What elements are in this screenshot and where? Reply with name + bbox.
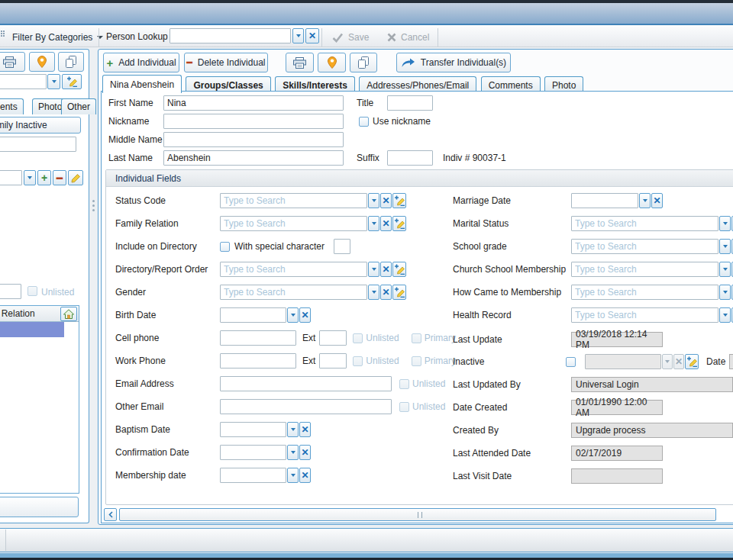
marriage-date-input[interactable] — [571, 193, 638, 208]
family-combo-input[interactable] — [0, 170, 22, 185]
cell-ext-input[interactable] — [319, 330, 347, 346]
dropdown-button[interactable] — [368, 262, 379, 277]
dropdown-button[interactable] — [719, 262, 731, 277]
family-edit-lookup-button[interactable] — [62, 74, 82, 89]
scrollbar-thumb[interactable] — [119, 508, 716, 521]
clear-button[interactable]: ✕ — [299, 422, 311, 437]
person-lookup-clear-button[interactable]: ✕ — [305, 28, 319, 43]
edit-lookup-button[interactable] — [392, 285, 406, 300]
work-phone-input[interactable] — [220, 353, 296, 369]
transfer-individuals-button[interactable]: Transfer Individual(s) — [396, 53, 511, 72]
family-combo-dropdown-button[interactable] — [24, 170, 36, 185]
dropdown-button[interactable] — [368, 193, 379, 208]
copy-button[interactable] — [58, 52, 84, 72]
cell-unlisted-checkbox[interactable] — [353, 333, 363, 343]
clear-button[interactable]: ✕ — [380, 193, 392, 208]
baptism-date-input[interactable] — [220, 422, 286, 437]
tab-person[interactable]: Nina Abenshein — [102, 75, 182, 93]
family-text-input[interactable] — [0, 137, 76, 152]
cancel-button[interactable]: Cancel — [381, 28, 435, 47]
email-unlisted-checkbox[interactable] — [399, 379, 409, 389]
gender-input[interactable] — [220, 285, 367, 300]
clear-button[interactable]: ✕ — [380, 285, 392, 300]
left-unlisted-checkbox[interactable] — [27, 286, 37, 296]
work-primary-checkbox[interactable] — [412, 356, 421, 366]
panel-splitter[interactable] — [89, 49, 98, 523]
nickname-input[interactable] — [163, 114, 344, 129]
add-row-button[interactable]: + — [37, 170, 51, 185]
use-nickname-checkbox[interactable] — [359, 117, 369, 127]
filter-by-categories-button[interactable]: Filter By Categories — [6, 28, 109, 47]
church-school-membership-input[interactable] — [571, 262, 718, 277]
other-email-unlisted-checkbox[interactable] — [399, 402, 409, 412]
print-button[interactable] — [286, 53, 314, 72]
left-bottom-button[interactable] — [0, 497, 79, 517]
dropdown-button[interactable] — [719, 285, 731, 300]
family-lookup-dropdown-button[interactable] — [47, 74, 60, 89]
confirmation-date-input[interactable] — [220, 445, 286, 460]
dropdown-button[interactable] — [287, 445, 299, 460]
work-unlisted-checkbox[interactable] — [353, 356, 363, 366]
home-button[interactable] — [60, 307, 77, 321]
clear-button[interactable]: ✕ — [299, 445, 311, 460]
title-input[interactable] — [387, 95, 433, 111]
last-name-input[interactable] — [163, 150, 344, 166]
status-code-input[interactable] — [220, 193, 367, 208]
family-inactive-button[interactable]: amily Inactive — [0, 117, 81, 134]
map-button[interactable] — [318, 53, 346, 72]
add-individual-button[interactable]: + Add Individual — [103, 53, 179, 72]
clear-button[interactable]: ✕ — [299, 468, 311, 483]
map-button[interactable] — [29, 52, 55, 72]
dropdown-button[interactable] — [719, 216, 731, 231]
membership-date-input[interactable] — [220, 468, 286, 483]
clear-button[interactable]: ✕ — [380, 262, 392, 277]
dropdown-button[interactable] — [287, 422, 299, 437]
left-phone-input[interactable] — [0, 284, 21, 299]
birth-date-input[interactable] — [220, 307, 286, 323]
dropdown-button[interactable] — [287, 468, 299, 483]
clear-button[interactable]: ✕ — [380, 216, 392, 231]
person-lookup-dropdown-button[interactable] — [292, 28, 304, 43]
email-address-input[interactable] — [220, 376, 392, 391]
edit-lookup-button[interactable] — [685, 354, 699, 369]
left-tab-comments[interactable]: ments — [0, 98, 24, 114]
family-lookup-input[interactable] — [0, 74, 47, 89]
special-character-input[interactable] — [334, 239, 350, 254]
first-name-input[interactable] — [163, 95, 344, 111]
clear-button[interactable]: ✕ — [651, 193, 663, 208]
dropdown-button[interactable] — [368, 285, 379, 300]
dropdown-button[interactable] — [719, 239, 731, 254]
how-came-to-membership-input[interactable] — [571, 285, 718, 300]
work-ext-input[interactable] — [319, 353, 347, 369]
other-email-input[interactable] — [220, 399, 392, 414]
family-relation-input[interactable] — [220, 216, 367, 231]
marital-status-input[interactable] — [571, 216, 718, 231]
cell-primary-checkbox[interactable] — [412, 333, 421, 343]
inactive-checkbox[interactable] — [566, 357, 576, 367]
copy-button[interactable] — [350, 53, 377, 72]
edit-lookup-button[interactable] — [392, 193, 406, 208]
school-grade-input[interactable] — [571, 239, 718, 254]
middle-name-input[interactable] — [163, 132, 344, 147]
edit-lookup-icon — [66, 76, 78, 87]
include-on-directory-checkbox[interactable] — [220, 242, 230, 252]
delete-individual-button[interactable]: ━ Delete Individual — [184, 53, 268, 72]
edit-lookup-button[interactable] — [392, 216, 406, 231]
edit-lookup-button[interactable] — [392, 262, 406, 277]
selected-family-member-row[interactable] — [0, 322, 64, 337]
directory-report-order-input[interactable] — [220, 262, 367, 277]
person-lookup-input[interactable] — [170, 28, 291, 43]
clear-button[interactable]: ✕ — [299, 307, 311, 323]
print-button[interactable] — [0, 52, 25, 72]
cell-phone-input[interactable] — [220, 330, 296, 346]
dropdown-button[interactable] — [368, 216, 379, 231]
suffix-input[interactable] — [387, 150, 433, 166]
delete-row-button[interactable]: ━ — [53, 170, 66, 185]
health-record-input[interactable] — [571, 307, 718, 323]
dropdown-button[interactable] — [719, 307, 731, 323]
edit-row-button[interactable] — [68, 170, 83, 185]
scroll-left-button[interactable] — [104, 508, 117, 521]
dropdown-button[interactable] — [639, 193, 651, 208]
dropdown-button[interactable] — [287, 307, 299, 323]
save-button[interactable]: Save — [326, 28, 375, 47]
